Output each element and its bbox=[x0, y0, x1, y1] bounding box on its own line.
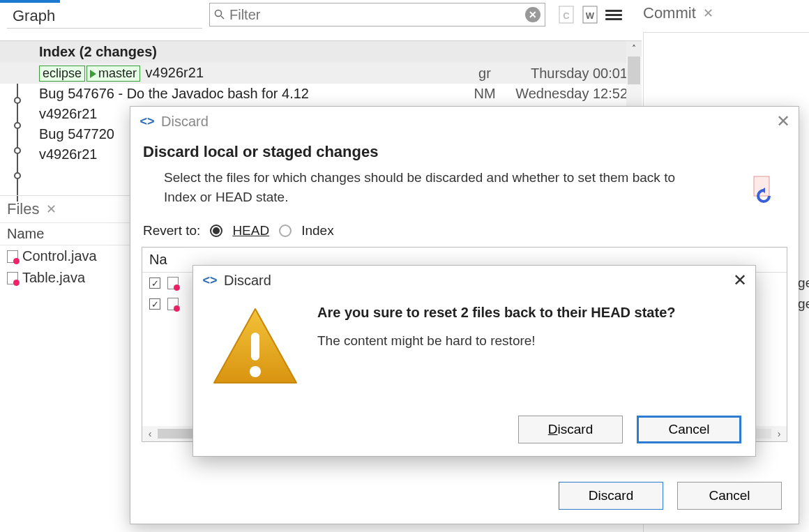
scroll-up-icon[interactable]: ˄ bbox=[626, 41, 642, 56]
tab-commit[interactable]: Commit ✕ bbox=[643, 4, 713, 22]
files-panel: Files ✕ Name Control.java Table.java bbox=[0, 195, 130, 532]
svg-text:C: C bbox=[563, 10, 570, 21]
file-item[interactable]: Table.java bbox=[0, 267, 130, 289]
radio-index[interactable] bbox=[279, 225, 292, 237]
files-tab[interactable]: Files ✕ bbox=[0, 196, 130, 222]
ref-tag[interactable]: eclipse bbox=[39, 66, 85, 82]
file-item[interactable]: Control.java bbox=[0, 245, 130, 267]
discard-button[interactable]: Discard bbox=[518, 416, 623, 443]
file-name: Table.java bbox=[22, 270, 85, 286]
clear-filter-icon[interactable]: ✕ bbox=[525, 7, 540, 22]
file-name: Control.java bbox=[22, 248, 97, 264]
file-path-tail: gets bbox=[798, 275, 809, 291]
scroll-right-icon[interactable]: › bbox=[771, 428, 787, 439]
commit-author: gr bbox=[467, 66, 502, 82]
confirm-dialog: <> Discard ✕ Are you sure to reset 2 fil… bbox=[192, 265, 756, 457]
close-icon[interactable]: ✕ bbox=[703, 6, 713, 21]
commit-row[interactable]: eclipsemaster v4926r21 gr Thursday 00:01 bbox=[0, 63, 642, 84]
toolbar-icon-c[interactable]: C bbox=[557, 4, 576, 25]
svg-point-0 bbox=[216, 10, 222, 17]
commit-row[interactable]: Bug 547676 - Do the Javadoc bash for 4.1… bbox=[0, 84, 642, 104]
warning-icon bbox=[210, 305, 301, 388]
cancel-button[interactable]: Cancel bbox=[637, 416, 741, 443]
close-icon[interactable]: ✕ bbox=[776, 112, 790, 131]
revert-label: Revert to: bbox=[143, 223, 200, 238]
commit-time: Wednesday 12:52 bbox=[502, 86, 642, 102]
scroll-thumb[interactable] bbox=[628, 56, 640, 84]
filter-input[interactable] bbox=[229, 7, 525, 23]
commit-author: NM bbox=[467, 86, 502, 102]
modified-file-icon bbox=[7, 250, 18, 263]
search-icon bbox=[214, 9, 225, 20]
dialog-description: Select the files for which changes shoul… bbox=[164, 168, 708, 206]
radio-index-label[interactable]: Index bbox=[301, 223, 333, 238]
confirm-body-text: The content might be hard to restore! bbox=[317, 333, 676, 349]
dialog-title: Discard bbox=[224, 273, 271, 289]
tab-graph[interactable]: Graph bbox=[7, 4, 202, 29]
commit-message: eclipsemaster v4926r21 bbox=[39, 65, 467, 82]
files-tab-label: Files bbox=[7, 200, 39, 218]
revert-to-row: Revert to: HEAD Index bbox=[130, 219, 799, 243]
modified-file-icon bbox=[167, 298, 179, 310]
cancel-button[interactable]: Cancel bbox=[677, 482, 782, 510]
dialog-titlebar[interactable]: <> Discard ✕ bbox=[130, 107, 799, 136]
dialog-titlebar[interactable]: <> Discard ✕ bbox=[193, 266, 755, 295]
ref-tag[interactable]: master bbox=[86, 66, 140, 82]
svg-rect-7 bbox=[251, 333, 259, 360]
svg-point-8 bbox=[250, 366, 261, 377]
hamburger-icon[interactable] bbox=[604, 4, 623, 25]
index-row[interactable]: Index (2 changes) bbox=[0, 41, 642, 63]
svg-text:W: W bbox=[586, 10, 595, 21]
svg-rect-6 bbox=[754, 176, 769, 196]
radio-head-label[interactable]: HEAD bbox=[232, 223, 269, 238]
confirm-heading: Are you sure to reset 2 files back to th… bbox=[317, 305, 676, 321]
refresh-file-icon bbox=[750, 175, 778, 203]
radio-head[interactable] bbox=[210, 225, 222, 237]
modified-file-icon bbox=[167, 277, 179, 289]
graph-node-icon bbox=[14, 172, 21, 179]
app-icon: <> bbox=[202, 274, 218, 287]
dialog-heading: Discard local or staged changes bbox=[143, 143, 786, 161]
toolbar-icon-w[interactable]: W bbox=[580, 4, 600, 25]
dialog-title: Discard bbox=[161, 114, 209, 130]
active-tab-strip bbox=[0, 0, 60, 3]
close-icon[interactable]: ✕ bbox=[733, 271, 747, 290]
file-path-tail: gets bbox=[798, 296, 809, 312]
discard-button[interactable]: Discard bbox=[559, 482, 663, 510]
modified-file-icon bbox=[7, 272, 18, 284]
commit-time: Thursday 00:01 bbox=[502, 66, 642, 82]
column-header-name[interactable]: Name bbox=[0, 222, 130, 245]
close-icon[interactable]: ✕ bbox=[46, 202, 56, 217]
commit-message: Bug 547676 - Do the Javadoc bash for 4.1… bbox=[39, 86, 467, 102]
scroll-left-icon[interactable]: ‹ bbox=[142, 428, 158, 439]
checkbox[interactable] bbox=[149, 298, 160, 310]
tab-commit-label: Commit bbox=[643, 4, 696, 22]
checkbox[interactable] bbox=[149, 278, 160, 289]
app-icon: <> bbox=[139, 115, 156, 128]
filter-box[interactable]: ✕ bbox=[209, 3, 545, 26]
topbar: Graph ✕ C W Commit ✕ bbox=[0, 0, 809, 32]
svg-line-1 bbox=[221, 16, 224, 19]
